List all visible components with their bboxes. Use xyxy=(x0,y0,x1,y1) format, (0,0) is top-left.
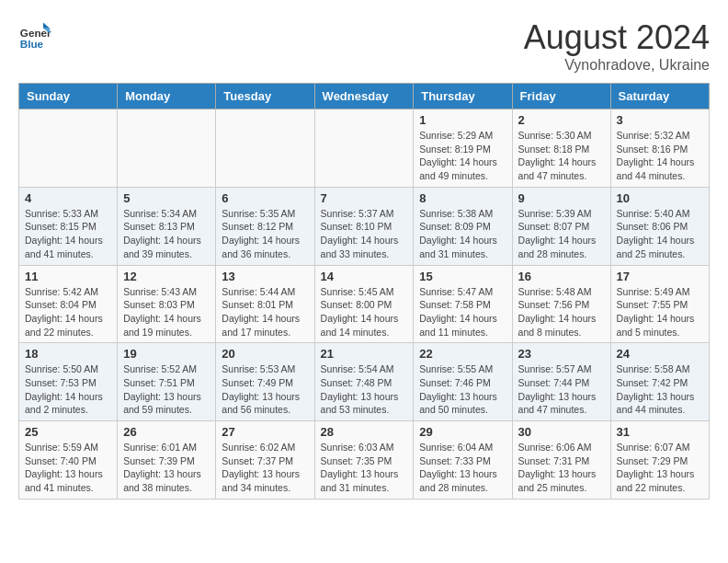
logo-icon: General Blue xyxy=(18,18,51,52)
calendar-cell: 17Sunrise: 5:49 AM Sunset: 7:55 PM Dayli… xyxy=(610,265,709,343)
svg-text:Blue: Blue xyxy=(20,38,44,50)
calendar-cell: 19Sunrise: 5:52 AM Sunset: 7:51 PM Dayli… xyxy=(118,343,216,421)
calendar-cell: 31Sunrise: 6:07 AM Sunset: 7:29 PM Dayli… xyxy=(610,421,709,500)
cell-date-number: 22 xyxy=(419,347,506,361)
cell-date-number: 3 xyxy=(617,113,703,127)
svg-marker-2 xyxy=(43,23,50,29)
cell-date-number: 25 xyxy=(25,425,111,439)
cell-info-text: Sunrise: 6:06 AM Sunset: 7:31 PM Dayligh… xyxy=(518,441,605,495)
cell-date-number: 4 xyxy=(25,191,111,205)
calendar-cell: 24Sunrise: 5:58 AM Sunset: 7:42 PM Dayli… xyxy=(610,343,709,421)
cell-date-number: 21 xyxy=(321,347,408,361)
calendar-cell: 3Sunrise: 5:32 AM Sunset: 8:16 PM Daylig… xyxy=(610,109,709,188)
calendar-cell: 27Sunrise: 6:02 AM Sunset: 7:37 PM Dayli… xyxy=(216,421,314,500)
cell-date-number: 28 xyxy=(321,425,408,439)
cell-date-number: 29 xyxy=(419,425,506,439)
calendar-cell: 10Sunrise: 5:40 AM Sunset: 8:06 PM Dayli… xyxy=(610,187,709,265)
calendar-cell: 18Sunrise: 5:50 AM Sunset: 7:53 PM Dayli… xyxy=(19,343,118,421)
cell-info-text: Sunrise: 5:52 AM Sunset: 7:51 PM Dayligh… xyxy=(123,362,210,417)
cell-info-text: Sunrise: 5:47 AM Sunset: 7:58 PM Dayligh… xyxy=(419,285,506,339)
title-block: August 2024 Vynohradove, Ukraine xyxy=(524,18,710,74)
cell-date-number: 14 xyxy=(321,270,408,283)
cell-info-text: Sunrise: 5:29 AM Sunset: 8:19 PM Dayligh… xyxy=(419,129,506,183)
cell-info-text: Sunrise: 5:37 AM Sunset: 8:10 PM Dayligh… xyxy=(321,207,408,261)
cell-info-text: Sunrise: 6:04 AM Sunset: 7:33 PM Dayligh… xyxy=(419,441,506,495)
calendar-cell: 4Sunrise: 5:33 AM Sunset: 8:15 PM Daylig… xyxy=(19,187,118,265)
cell-date-number: 7 xyxy=(321,191,408,205)
cell-info-text: Sunrise: 6:07 AM Sunset: 7:29 PM Dayligh… xyxy=(617,441,703,495)
calendar-cell: 7Sunrise: 5:37 AM Sunset: 8:10 PM Daylig… xyxy=(314,187,414,265)
cell-date-number: 31 xyxy=(617,425,703,439)
cell-date-number: 24 xyxy=(617,347,703,361)
cell-date-number: 11 xyxy=(25,270,111,283)
page-header: General Blue August 2024 Vynohradove, Uk… xyxy=(18,18,710,74)
cell-date-number: 8 xyxy=(419,191,506,205)
cell-info-text: Sunrise: 5:54 AM Sunset: 7:48 PM Dayligh… xyxy=(321,362,408,417)
calendar-cell: 14Sunrise: 5:45 AM Sunset: 8:00 PM Dayli… xyxy=(314,265,414,343)
cell-date-number: 9 xyxy=(518,191,605,205)
weekday-header: Friday xyxy=(512,84,610,109)
calendar-cell xyxy=(216,109,314,188)
calendar-cell: 16Sunrise: 5:48 AM Sunset: 7:56 PM Dayli… xyxy=(512,265,610,343)
calendar-cell: 11Sunrise: 5:42 AM Sunset: 8:04 PM Dayli… xyxy=(19,265,118,343)
cell-date-number: 16 xyxy=(518,270,605,283)
calendar-cell: 15Sunrise: 5:47 AM Sunset: 7:58 PM Dayli… xyxy=(414,265,512,343)
cell-date-number: 27 xyxy=(222,425,308,439)
calendar-cell: 2Sunrise: 5:30 AM Sunset: 8:18 PM Daylig… xyxy=(512,109,610,188)
cell-info-text: Sunrise: 5:34 AM Sunset: 8:13 PM Dayligh… xyxy=(123,207,210,261)
cell-info-text: Sunrise: 6:03 AM Sunset: 7:35 PM Dayligh… xyxy=(321,441,408,495)
cell-info-text: Sunrise: 5:49 AM Sunset: 7:55 PM Dayligh… xyxy=(617,285,703,339)
cell-info-text: Sunrise: 5:55 AM Sunset: 7:46 PM Dayligh… xyxy=(419,362,506,417)
weekday-header: Thursday xyxy=(414,84,512,109)
cell-info-text: Sunrise: 5:38 AM Sunset: 8:09 PM Dayligh… xyxy=(419,207,506,261)
calendar-cell xyxy=(19,109,118,188)
cell-info-text: Sunrise: 5:30 AM Sunset: 8:18 PM Dayligh… xyxy=(518,129,605,183)
cell-date-number: 10 xyxy=(617,191,703,205)
calendar-cell xyxy=(118,109,216,188)
cell-info-text: Sunrise: 5:43 AM Sunset: 8:03 PM Dayligh… xyxy=(123,285,210,339)
cell-date-number: 30 xyxy=(518,425,605,439)
calendar-cell: 21Sunrise: 5:54 AM Sunset: 7:48 PM Dayli… xyxy=(314,343,414,421)
logo: General Blue xyxy=(18,18,51,52)
calendar-table: SundayMondayTuesdayWednesdayThursdayFrid… xyxy=(18,83,710,500)
calendar-cell: 25Sunrise: 5:59 AM Sunset: 7:40 PM Dayli… xyxy=(19,421,118,500)
cell-date-number: 15 xyxy=(419,270,506,283)
cell-info-text: Sunrise: 6:01 AM Sunset: 7:39 PM Dayligh… xyxy=(123,441,210,495)
calendar-cell: 30Sunrise: 6:06 AM Sunset: 7:31 PM Dayli… xyxy=(512,421,610,500)
calendar-cell: 5Sunrise: 5:34 AM Sunset: 8:13 PM Daylig… xyxy=(118,187,216,265)
cell-date-number: 12 xyxy=(123,270,210,283)
cell-info-text: Sunrise: 5:53 AM Sunset: 7:49 PM Dayligh… xyxy=(222,362,308,417)
cell-info-text: Sunrise: 5:48 AM Sunset: 7:56 PM Dayligh… xyxy=(518,285,605,339)
cell-info-text: Sunrise: 5:58 AM Sunset: 7:42 PM Dayligh… xyxy=(617,362,703,417)
cell-info-text: Sunrise: 5:45 AM Sunset: 8:00 PM Dayligh… xyxy=(321,285,408,339)
calendar-cell: 1Sunrise: 5:29 AM Sunset: 8:19 PM Daylig… xyxy=(414,109,512,188)
cell-info-text: Sunrise: 5:33 AM Sunset: 8:15 PM Dayligh… xyxy=(25,207,111,261)
weekday-header: Wednesday xyxy=(314,84,414,109)
cell-date-number: 23 xyxy=(518,347,605,361)
cell-date-number: 18 xyxy=(25,347,111,361)
calendar-cell: 26Sunrise: 6:01 AM Sunset: 7:39 PM Dayli… xyxy=(118,421,216,500)
calendar-cell xyxy=(314,109,414,188)
page-subtitle: Vynohradove, Ukraine xyxy=(524,57,710,74)
calendar-cell: 13Sunrise: 5:44 AM Sunset: 8:01 PM Dayli… xyxy=(216,265,314,343)
weekday-header: Tuesday xyxy=(216,84,314,109)
cell-date-number: 26 xyxy=(123,425,210,439)
cell-info-text: Sunrise: 5:39 AM Sunset: 8:07 PM Dayligh… xyxy=(518,207,605,261)
cell-date-number: 20 xyxy=(222,347,308,361)
cell-info-text: Sunrise: 5:42 AM Sunset: 8:04 PM Dayligh… xyxy=(25,285,111,339)
calendar-cell: 8Sunrise: 5:38 AM Sunset: 8:09 PM Daylig… xyxy=(414,187,512,265)
calendar-week-row: 18Sunrise: 5:50 AM Sunset: 7:53 PM Dayli… xyxy=(19,343,710,421)
calendar-week-row: 11Sunrise: 5:42 AM Sunset: 8:04 PM Dayli… xyxy=(19,265,710,343)
calendar-cell: 20Sunrise: 5:53 AM Sunset: 7:49 PM Dayli… xyxy=(216,343,314,421)
calendar-cell: 23Sunrise: 5:57 AM Sunset: 7:44 PM Dayli… xyxy=(512,343,610,421)
calendar-cell: 6Sunrise: 5:35 AM Sunset: 8:12 PM Daylig… xyxy=(216,187,314,265)
weekday-header: Saturday xyxy=(610,84,709,109)
cell-date-number: 5 xyxy=(123,191,210,205)
cell-date-number: 13 xyxy=(222,270,308,283)
cell-date-number: 17 xyxy=(617,270,703,283)
cell-info-text: Sunrise: 5:32 AM Sunset: 8:16 PM Dayligh… xyxy=(617,129,703,183)
weekday-header: Monday xyxy=(118,84,216,109)
calendar-header-row: SundayMondayTuesdayWednesdayThursdayFrid… xyxy=(19,84,710,109)
calendar-cell: 22Sunrise: 5:55 AM Sunset: 7:46 PM Dayli… xyxy=(414,343,512,421)
calendar-cell: 9Sunrise: 5:39 AM Sunset: 8:07 PM Daylig… xyxy=(512,187,610,265)
